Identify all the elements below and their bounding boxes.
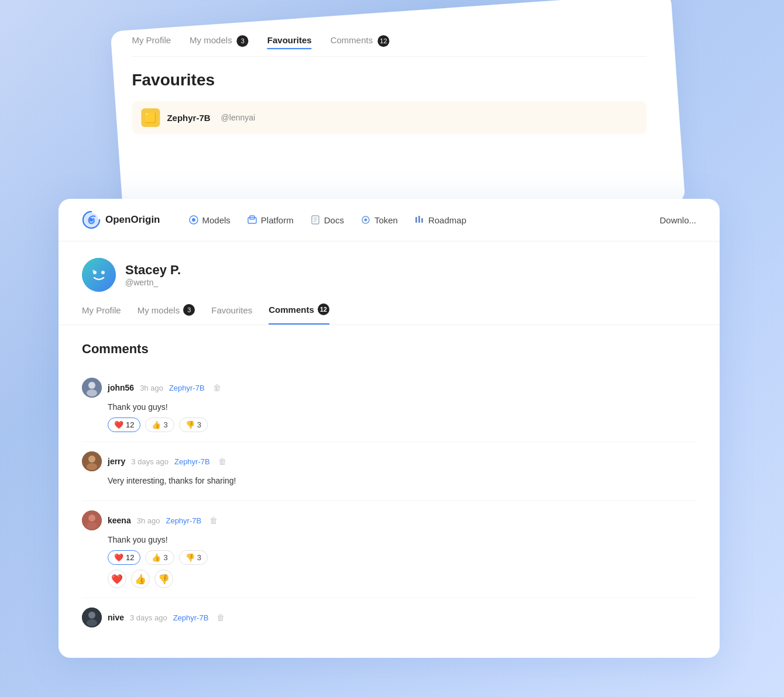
comment-body: Very interesting, thanks for sharing! — [108, 476, 696, 485]
comment-avatar-jerry — [82, 451, 102, 471]
comment-time: 3h ago — [140, 384, 163, 392]
bg-model-icon: 🟨 — [141, 108, 160, 127]
reaction-thumbdown[interactable]: 👎 3 — [179, 550, 208, 565]
comment-item: keena 3h ago Zephyr-7B 🗑 Thank you guys!… — [82, 501, 696, 598]
svg-point-25 — [88, 515, 95, 522]
comments-section: Comments john56 3h ago Zephyr-7B 🗑 Thank… — [59, 325, 720, 658]
comment-model-link[interactable]: Zephyr-7B — [173, 613, 209, 622]
comment-username: nive — [108, 613, 124, 622]
comment-model-link[interactable]: Zephyr-7B — [166, 516, 201, 525]
svg-rect-13 — [421, 218, 423, 223]
section-title: Comments — [82, 341, 696, 357]
reactions: ❤️ 12 👍 3 👎 3 — [108, 550, 696, 565]
reaction-thumbdown[interactable]: 👎 3 — [179, 417, 208, 432]
profile-tabs: My Profile My models 3 Favourites Commen… — [59, 292, 720, 325]
comment-username: jerry — [108, 457, 125, 466]
logo[interactable]: OpenOrigin — [82, 211, 160, 229]
comment-body: Thank you guys! — [108, 402, 696, 412]
bg-tabs: My Profile My models 3 Favourites Commen… — [132, 35, 647, 57]
avatar — [82, 258, 116, 292]
svg-point-2 — [192, 218, 195, 222]
comment-avatar-keena — [82, 510, 102, 530]
comment-username: keena — [108, 516, 131, 525]
avatar-image — [82, 258, 116, 292]
tab-mymodels[interactable]: My models 3 — [137, 303, 195, 325]
platform-icon — [247, 215, 257, 225]
tab-favourites[interactable]: Favourites — [211, 303, 252, 325]
bg-tab-comments[interactable]: Comments 12 — [331, 35, 390, 49]
roadmap-icon — [414, 215, 425, 225]
comment-username: john56 — [108, 383, 134, 392]
svg-point-10 — [364, 219, 367, 222]
nav-links: Models Platform Docs Token — [188, 215, 641, 225]
comment-model-link[interactable]: Zephyr-7B — [169, 384, 205, 392]
delete-icon[interactable]: 🗑 — [209, 516, 218, 525]
comment-model-link[interactable]: Zephyr-7B — [174, 457, 210, 466]
reaction-thumbup[interactable]: 👍 3 — [145, 550, 174, 565]
nav-docs[interactable]: Docs — [310, 215, 344, 225]
comment-time: 3 days ago — [130, 613, 167, 622]
reaction-thumbup[interactable]: 👍 3 — [145, 417, 174, 432]
reaction-thumbdown-small[interactable]: 👎 — [154, 570, 173, 588]
svg-point-20 — [87, 389, 97, 396]
docs-icon — [310, 215, 321, 225]
svg-rect-11 — [415, 217, 417, 223]
svg-point-28 — [88, 612, 95, 619]
svg-rect-12 — [418, 216, 420, 223]
bg-tab-favourites[interactable]: Favourites — [267, 35, 312, 49]
svg-point-16 — [101, 271, 105, 274]
reaction-heart[interactable]: ❤️ 12 — [108, 550, 140, 565]
profile-info: Stacey P. @wertn_ — [125, 263, 181, 287]
small-reactions: ❤️ 👍 👎 — [108, 570, 696, 588]
tab-comments[interactable]: Comments 12 — [269, 303, 329, 325]
bg-model-name: Zephyr-7B — [167, 113, 210, 123]
svg-point-23 — [87, 463, 97, 470]
nav-token[interactable]: Token — [360, 215, 398, 225]
nav-models[interactable]: Models — [188, 215, 231, 225]
reactions: ❤️ 12 👍 3 👎 3 — [108, 417, 696, 432]
nav-download[interactable]: Downlo... — [659, 215, 696, 225]
logo-text: OpenOrigin — [105, 214, 160, 226]
comment-item: jerry 3 days ago Zephyr-7B 🗑 Very intere… — [82, 442, 696, 501]
comment-body: Thank you guys! — [108, 535, 696, 544]
nav-roadmap[interactable]: Roadmap — [414, 215, 466, 225]
bg-model-user: @lennyai — [221, 113, 256, 122]
svg-point-0 — [90, 218, 93, 222]
svg-rect-3 — [248, 218, 256, 223]
svg-point-17 — [92, 270, 95, 272]
models-icon — [188, 215, 199, 225]
delete-icon[interactable]: 🗑 — [218, 457, 226, 466]
comment-header: keena 3h ago Zephyr-7B 🗑 — [82, 510, 696, 530]
profile-handle: @wertn_ — [125, 278, 181, 287]
nav-platform[interactable]: Platform — [247, 215, 294, 225]
svg-point-14 — [82, 258, 116, 292]
reaction-heart-small[interactable]: ❤️ — [108, 570, 126, 588]
comment-item: nive 3 days ago Zephyr-7B 🗑 — [82, 598, 696, 641]
navbar: OpenOrigin Models Platform Docs — [59, 199, 720, 241]
bg-tab-mymodels[interactable]: My models 3 — [190, 35, 249, 49]
comment-header: nive 3 days ago Zephyr-7B 🗑 — [82, 608, 696, 627]
bg-model-item[interactable]: 🟨 Zephyr-7B @lennyai — [132, 101, 647, 134]
svg-point-26 — [87, 522, 97, 529]
reaction-heart[interactable]: ❤️ 12 — [108, 417, 140, 432]
bg-tab-myprofile[interactable]: My Profile — [132, 35, 171, 49]
reaction-thumbup-small[interactable]: 👍 — [131, 570, 150, 588]
svg-point-29 — [87, 619, 97, 626]
tab-myprofile[interactable]: My Profile — [82, 303, 121, 325]
delete-icon[interactable]: 🗑 — [213, 383, 221, 392]
comment-item: john56 3h ago Zephyr-7B 🗑 Thank you guys… — [82, 368, 696, 442]
svg-point-19 — [88, 382, 95, 389]
delete-icon[interactable]: 🗑 — [216, 613, 225, 622]
bg-section-title: Favourites — [132, 71, 647, 89]
comment-time: 3h ago — [137, 516, 160, 525]
comment-header: jerry 3 days ago Zephyr-7B 🗑 — [82, 451, 696, 471]
main-card: OpenOrigin Models Platform Docs — [59, 199, 720, 658]
comment-avatar-john — [82, 378, 102, 398]
profile-section: Stacey P. @wertn_ — [59, 241, 720, 292]
comment-header: john56 3h ago Zephyr-7B 🗑 — [82, 378, 696, 398]
comment-avatar-nive — [82, 608, 102, 627]
profile-name: Stacey P. — [125, 263, 181, 278]
comment-time: 3 days ago — [131, 457, 169, 466]
token-icon — [360, 215, 371, 225]
svg-point-22 — [88, 456, 95, 463]
